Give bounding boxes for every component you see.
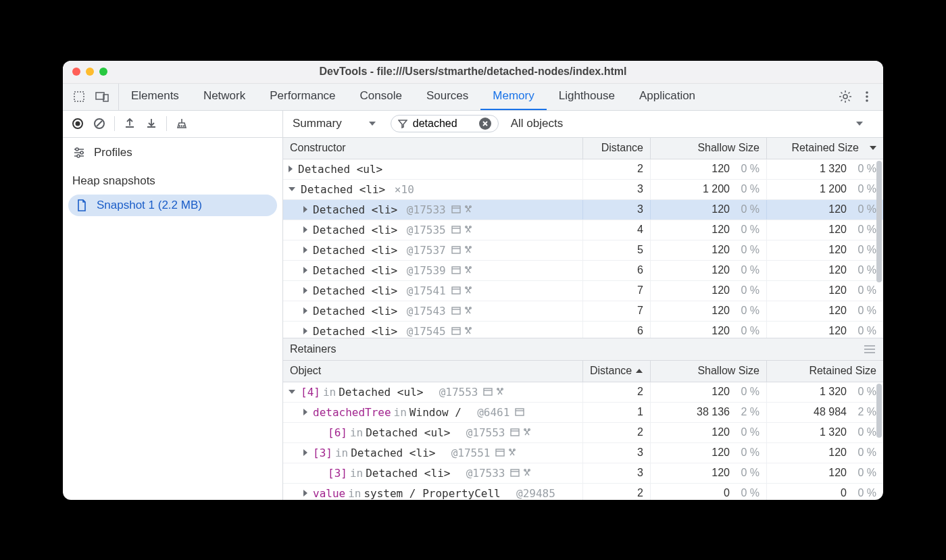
disclosure-triangle-icon[interactable] xyxy=(303,490,307,497)
constructor-row[interactable]: Detached <li> @17543 7 1200 % 1200 % xyxy=(283,301,883,322)
row-shallow: 1200 % xyxy=(651,382,767,402)
row-distance: 3 xyxy=(583,443,651,463)
svg-point-3 xyxy=(843,95,847,99)
svg-point-10 xyxy=(76,148,78,151)
svg-point-11 xyxy=(80,151,83,154)
tab-performance[interactable]: Performance xyxy=(257,84,347,110)
retainer-row[interactable]: [3] in Detached <li> @17551 3 1200 % 120… xyxy=(283,443,883,463)
kebab-menu-icon[interactable] xyxy=(860,90,874,103)
record-icon[interactable] xyxy=(71,117,84,130)
tab-elements[interactable]: Elements xyxy=(119,84,191,110)
disclosure-triangle-icon[interactable] xyxy=(303,247,307,253)
svg-rect-19 xyxy=(452,247,460,253)
disclosure-triangle-icon[interactable] xyxy=(303,409,307,415)
disclosure-triangle-icon[interactable] xyxy=(289,390,295,394)
scrollbar-thumb[interactable] xyxy=(876,384,882,438)
constructor-row[interactable]: Detached <li> ×10 3 1 2000 % 1 2000 % xyxy=(283,180,883,200)
row-label: Detached <ul> xyxy=(339,386,423,399)
class-filter-field[interactable] xyxy=(391,115,499,132)
tab-application[interactable]: Application xyxy=(627,84,707,110)
row-retained: 1 2000 % xyxy=(767,180,883,199)
disclosure-triangle-icon[interactable] xyxy=(303,206,307,213)
element-icon xyxy=(483,388,505,396)
snapshot-item[interactable]: Snapshot 1 (2.2 MB) xyxy=(68,195,277,216)
constructor-row[interactable]: Detached <li> @17535 4 1200 % 1200 % xyxy=(283,220,883,240)
disclosure-triangle-icon[interactable] xyxy=(289,187,295,191)
export-icon[interactable] xyxy=(123,117,136,130)
row-distance: 7 xyxy=(583,281,651,301)
row-retained: 1 3200 % xyxy=(767,423,883,442)
row-shallow: 1200 % xyxy=(651,443,767,463)
sliders-icon xyxy=(72,146,86,159)
col-retained[interactable]: Retained Size xyxy=(767,361,883,382)
col-constructor[interactable]: Constructor xyxy=(283,138,583,159)
constructor-row[interactable]: Detached <li> @17541 7 1200 % 1200 % xyxy=(283,281,883,301)
constructor-row[interactable]: Detached <ul> 2 1200 % 1 3200 % xyxy=(283,159,883,180)
disclosure-triangle-icon[interactable] xyxy=(303,267,307,274)
constructor-row[interactable]: Detached <li> @17533 3 1200 % 1200 % xyxy=(283,200,883,220)
svg-point-12 xyxy=(77,155,80,157)
element-icon xyxy=(451,266,473,274)
class-filter-input[interactable] xyxy=(413,118,474,130)
inspect-element-icon[interactable] xyxy=(72,90,86,103)
retainer-row[interactable]: [4] in Detached <ul> @17553 2 1200 % 1 3… xyxy=(283,382,883,403)
disclosure-triangle-icon[interactable] xyxy=(303,328,307,334)
retainers-rows[interactable]: [4] in Detached <ul> @17553 2 1200 % 1 3… xyxy=(283,382,883,500)
row-property: value xyxy=(313,487,345,500)
row-shallow: 1200 % xyxy=(651,261,767,280)
constructor-row[interactable]: Detached <li> @17539 6 1200 % 1200 % xyxy=(283,261,883,281)
retainer-row[interactable]: value in system / PropertyCell @29485 2 … xyxy=(283,484,883,500)
svg-rect-34 xyxy=(484,388,492,395)
col-retained[interactable]: Retained Size xyxy=(767,138,883,159)
col-shallow[interactable]: Shallow Size xyxy=(651,138,767,159)
col-distance[interactable]: Distance xyxy=(583,138,651,159)
scrollbar-thumb[interactable] xyxy=(876,161,882,282)
objects-filter-dropdown[interactable]: All objects xyxy=(508,117,876,130)
svg-point-5 xyxy=(866,95,868,98)
maximize-window-button[interactable] xyxy=(99,68,107,76)
view-dropdown[interactable]: Summary xyxy=(290,117,381,130)
constructor-rows[interactable]: Detached <ul> 2 1200 % 1 3200 % Detached… xyxy=(283,159,883,338)
disclosure-triangle-icon[interactable] xyxy=(303,226,307,233)
settings-gear-icon[interactable] xyxy=(839,90,852,103)
retainer-row[interactable]: detachedTree in Window / @6461 1 38 1362… xyxy=(283,403,883,423)
row-label: Detached <li> xyxy=(313,325,397,338)
retainer-row[interactable]: [6] in Detached <ul> @17553 2 1200 % 1 3… xyxy=(283,423,883,443)
tab-lighthouse[interactable]: Lighthouse xyxy=(547,84,627,110)
disclosure-triangle-icon[interactable] xyxy=(303,307,307,314)
constructor-row[interactable]: Detached <li> @17545 6 1200 % 1200 % xyxy=(283,322,883,338)
import-icon[interactable] xyxy=(145,117,158,130)
chevron-down-icon xyxy=(856,122,863,126)
disclosure-triangle-icon[interactable] xyxy=(303,449,307,456)
svg-point-6 xyxy=(866,99,868,102)
snapshot-content: Constructor Distance Shallow Size Retain… xyxy=(283,138,883,500)
minimize-window-button[interactable] xyxy=(86,68,94,76)
col-distance[interactable]: Distance xyxy=(583,361,651,382)
svg-rect-0 xyxy=(74,92,84,101)
row-retained: 1200 % xyxy=(767,200,883,220)
clear-filter-icon[interactable] xyxy=(479,118,491,130)
clear-icon[interactable] xyxy=(93,117,106,130)
device-toolbar-icon[interactable] xyxy=(95,90,109,103)
tab-network[interactable]: Network xyxy=(191,84,257,110)
row-address: @17553 xyxy=(453,426,505,439)
row-label: Detached <ul> xyxy=(298,163,382,176)
row-label: system / PropertyCell xyxy=(364,487,500,500)
row-shallow: 1200 % xyxy=(651,159,767,179)
tab-sources[interactable]: Sources xyxy=(414,84,480,110)
close-window-button[interactable] xyxy=(72,68,80,76)
col-shallow[interactable]: Shallow Size xyxy=(651,361,767,382)
retainer-row[interactable]: [3] in Detached <li> @17533 3 1200 % 120… xyxy=(283,463,883,484)
col-object[interactable]: Object xyxy=(283,361,583,382)
svg-rect-38 xyxy=(511,429,519,436)
constructor-row[interactable]: Detached <li> @17537 5 1200 % 1200 % xyxy=(283,240,883,261)
disclosure-triangle-icon[interactable] xyxy=(303,287,307,294)
menu-lines-icon[interactable] xyxy=(863,342,876,356)
row-property: [3] xyxy=(328,467,347,480)
profiles-header[interactable]: Profiles xyxy=(63,142,282,163)
gc-broom-icon[interactable] xyxy=(175,117,189,130)
row-retained: 1200 % xyxy=(767,301,883,321)
tab-memory[interactable]: Memory xyxy=(480,84,546,110)
disclosure-triangle-icon[interactable] xyxy=(289,166,293,172)
tab-console[interactable]: Console xyxy=(348,84,414,110)
